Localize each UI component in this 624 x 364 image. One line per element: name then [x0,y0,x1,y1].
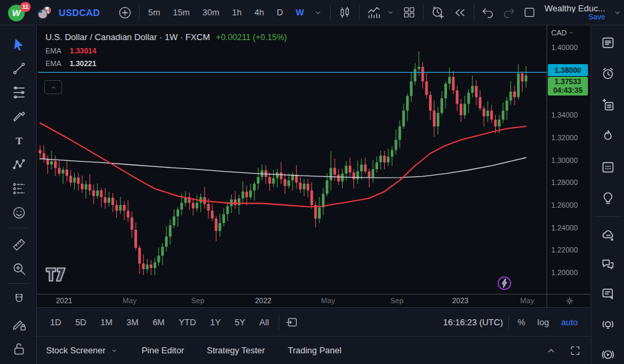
range-6m[interactable]: 6M [148,315,168,329]
indicator-legend-row[interactable]: EMA 1.30221 [45,59,287,67]
tab-pine-editor[interactable]: Pine Editor [142,345,184,355]
long-position-icon [13,183,24,193]
timeframe-D[interactable]: D [275,6,285,19]
log-scale-button[interactable]: log [534,316,552,329]
tool-lock-all[interactable] [9,339,28,358]
tab-strategy-tester[interactable]: Strategy Tester [206,345,265,355]
divider [8,283,28,284]
tool-ruler[interactable] [9,235,28,254]
indicator-legend-row[interactable]: EMA 1.33014 [45,47,287,55]
redo-button[interactable] [502,5,516,19]
indicators-icon [368,7,379,17]
sidebar-streams-button[interactable] [599,345,617,364]
create-alert-button[interactable] [430,5,446,20]
currency-menu[interactable]: CAD [551,29,575,37]
goto-date-button[interactable] [285,315,299,329]
alert-clock-icon [433,7,443,18]
layout-menu-button[interactable] [612,7,623,18]
fullscreen-icon [571,347,579,354]
live-ideas-icon [603,321,613,328]
expand-panel-button[interactable] [545,345,557,357]
layout-name[interactable]: Wealthy Educ... [544,4,605,13]
indicators-button[interactable] [366,5,381,20]
timeframe-30m[interactable]: 30m [200,6,221,19]
chevron-down-icon [113,349,116,351]
sidebar-alerts-button[interactable] [599,64,617,83]
tool-fib-retracement[interactable] [9,83,28,102]
timeframe-4h[interactable]: 4h [253,6,266,19]
chart-title[interactable]: U.S. Dollar / Canadian Dollar · 1W · FXC… [45,32,210,42]
range-ytd[interactable]: YTD [174,315,200,329]
text-icon: T [15,134,22,146]
fullscreen-button[interactable] [569,345,581,357]
sidebar-watchlist-button[interactable] [599,33,617,52]
ruler-icon [13,239,24,250]
tool-magnet[interactable] [9,290,28,309]
timeframe-1h[interactable]: 1h [230,6,243,19]
trend-line-icon [13,63,24,73]
sidebar-journal-button[interactable] [599,96,617,114]
select-layout-button[interactable] [522,5,536,19]
undo-button[interactable] [481,5,495,19]
chart-pane[interactable]: U.S. Dollar / Canadian Dollar · 1W · FXC… [37,25,547,307]
sidebar-messages-button[interactable] [599,285,617,303]
layout-account-block[interactable]: Wealthy Educ... Save [544,4,605,21]
tab-trading-panel[interactable]: Trading Panel [288,345,341,355]
auto-scale-button[interactable]: auto [558,316,581,329]
indicator-templates-button[interactable] [385,7,396,17]
tool-long-position[interactable] [9,179,28,198]
bar-replay-button[interactable] [452,5,467,20]
timeframe-W[interactable]: W [294,6,306,19]
tool-cursor[interactable] [9,35,28,53]
range-all[interactable]: All [255,315,273,329]
collapse-legend-button[interactable] [44,80,62,94]
range-5y[interactable]: 5Y [230,315,249,329]
account-logo-button[interactable]: W 11 [8,3,31,23]
timeframe-menu-button[interactable] [313,7,323,18]
range-1m[interactable]: 1M [96,315,116,329]
candlestick-chart[interactable] [38,28,547,294]
time-tick: 2021 [49,297,79,305]
chevron-down-icon [615,11,619,13]
sidebar-ideas-button[interactable] [599,188,617,207]
notification-badge: 11 [20,2,31,12]
clock-utc[interactable]: 16:16:23 (UTC) [443,317,503,327]
chart-style-button[interactable] [337,5,352,20]
tool-text[interactable]: T [9,131,28,150]
layout-grid-button[interactable] [402,5,416,19]
sidebar-live-ideas-button[interactable] [599,316,617,335]
top-toolbar: W 11 [0,0,624,25]
save-button[interactable]: Save [589,13,605,21]
range-5d[interactable]: 5D [71,315,91,329]
tool-xabcd-pattern[interactable] [9,155,28,174]
alert-price-badge[interactable]: 1.38000 [548,64,588,76]
emoji-icon [13,207,24,218]
tool-brush[interactable] [9,107,28,126]
tool-zoom-in[interactable] [9,259,28,278]
date-range-row: 1D5D1M3M6MYTD1Y5YAll [46,315,273,329]
bar-countdown: 04:43:35 [553,86,583,95]
bottom-panel: Stock ScreenerPine EditorStrategy Tester… [37,336,591,364]
percent-scale-button[interactable]: % [514,316,529,329]
range-1d[interactable]: 1D [46,315,65,329]
axis-settings-cell[interactable] [547,294,591,307]
sidebar-chat-button[interactable] [599,255,617,274]
quick-trade-lightning-button[interactable] [496,275,512,291]
sidebar-minds-button[interactable] [599,226,617,245]
symbol-button[interactable]: USDCAD [59,7,100,18]
tab-stock-screener[interactable]: Stock Screener [46,345,119,355]
time-axis[interactable]: 2021MaySep2022MaySep2023May [37,294,547,307]
chevron-up-icon [51,86,55,88]
timeframe-15m[interactable]: 15m [171,6,192,19]
tool-emoji[interactable] [9,203,28,222]
tool-trend-line[interactable] [9,59,28,77]
range-1y[interactable]: 1Y [206,315,224,329]
compare-add-symbol-button[interactable] [118,5,132,20]
sidebar-hotlists-button[interactable] [599,126,617,145]
sidebar-calendar-button[interactable] [599,158,617,176]
price-axis[interactable]: CAD 1.400001.380001.360001.340001.320001… [547,25,591,307]
range-3m[interactable]: 3M [122,315,142,329]
time-tick: Sep [183,297,212,305]
timeframe-5m[interactable]: 5m [146,6,162,19]
tool-drawing-lock[interactable] [9,315,28,333]
